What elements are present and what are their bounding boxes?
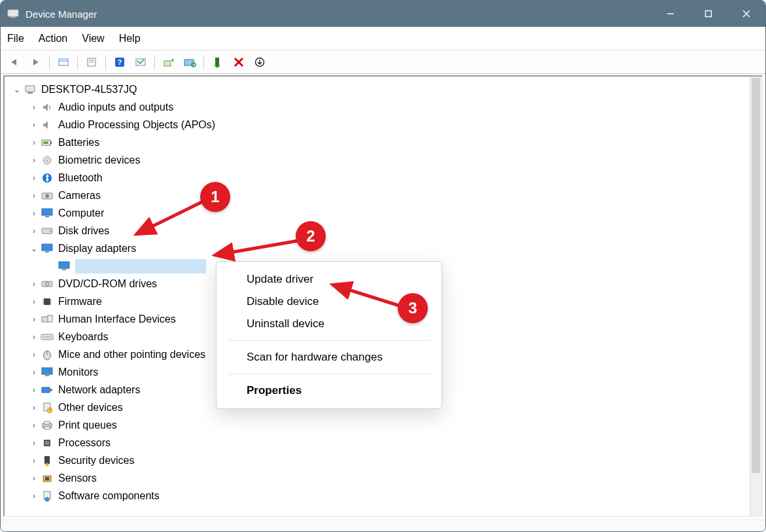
- svg-point-67: [46, 463, 49, 466]
- tree-node-cameras[interactable]: › Cameras: [11, 186, 747, 204]
- chevron-right-icon[interactable]: ›: [28, 279, 40, 289]
- chevron-right-icon[interactable]: ›: [28, 332, 40, 342]
- tree-label: Sensors: [58, 472, 97, 484]
- tree-node-processors[interactable]: › Processors: [11, 434, 747, 452]
- tree-root[interactable]: ⌄ DESKTOP-4L537JQ: [11, 80, 747, 98]
- chevron-right-icon[interactable]: ›: [28, 120, 40, 130]
- enable-device-button[interactable]: [208, 53, 228, 71]
- update-driver-button[interactable]: [159, 53, 179, 71]
- chevron-right-icon[interactable]: ›: [28, 209, 40, 218]
- chevron-right-icon[interactable]: ›: [28, 297, 40, 306]
- tree-node-batteries[interactable]: › Batteries: [11, 133, 747, 151]
- svg-rect-56: [42, 387, 50, 393]
- tree-label: Firmware: [58, 296, 102, 308]
- tree-label: Computer: [58, 207, 104, 219]
- menu-help[interactable]: Help: [119, 33, 141, 44]
- properties-sheet-button[interactable]: [82, 53, 101, 71]
- menu-view[interactable]: View: [82, 33, 104, 44]
- chevron-right-icon[interactable]: ›: [28, 474, 40, 483]
- forward-button[interactable]: [26, 53, 45, 71]
- svg-rect-62: [44, 421, 50, 424]
- uninstall-button[interactable]: [229, 53, 249, 71]
- chip-icon: [40, 295, 54, 308]
- tree-node-sensors[interactable]: › Sensors: [11, 469, 747, 487]
- svg-rect-54: [42, 368, 52, 374]
- help-button[interactable]: ?: [110, 53, 130, 71]
- chevron-right-icon[interactable]: ›: [28, 350, 40, 359]
- ctx-separator: [228, 340, 430, 341]
- chevron-right-icon[interactable]: ›: [28, 138, 40, 147]
- camera-icon: [40, 189, 54, 202]
- tree-node-security[interactable]: › Security devices: [11, 452, 747, 469]
- bluetooth-icon: [40, 171, 54, 185]
- vertical-scrollbar[interactable]: [750, 77, 761, 516]
- menu-file[interactable]: File: [7, 33, 24, 44]
- svg-rect-36: [42, 244, 52, 251]
- chevron-right-icon[interactable]: ›: [28, 156, 40, 165]
- svg-rect-6: [59, 59, 68, 65]
- minimize-button[interactable]: [652, 1, 689, 27]
- tree-label: Batteries: [58, 137, 99, 149]
- tree-label: Bluetooth: [58, 172, 103, 184]
- titlebar: Device Manager: [1, 1, 765, 27]
- back-button[interactable]: [5, 53, 24, 71]
- software-icon: [40, 489, 54, 503]
- chevron-right-icon[interactable]: ›: [28, 103, 40, 112]
- menu-action[interactable]: Action: [39, 33, 67, 44]
- svg-rect-48: [48, 315, 52, 322]
- tree-node-disk[interactable]: › Disk drives: [11, 222, 747, 239]
- tree-node-computer[interactable]: › Computer: [11, 204, 747, 222]
- chevron-right-icon[interactable]: ›: [28, 491, 40, 501]
- callout-2: 2: [296, 221, 326, 251]
- scan-hardware-button[interactable]: [180, 53, 200, 71]
- tree-label: Audio inputs and outputs: [58, 101, 173, 113]
- chevron-right-icon[interactable]: ›: [28, 173, 40, 183]
- svg-rect-15: [184, 60, 194, 65]
- tree-node-audio-inputs[interactable]: › Audio inputs and outputs: [11, 98, 747, 116]
- ctx-scan-hardware[interactable]: Scan for hardware changes: [217, 346, 442, 368]
- svg-rect-17: [215, 58, 219, 65]
- close-button[interactable]: [727, 1, 765, 27]
- tree-root-label: DESKTOP-4L537JQ: [41, 84, 137, 96]
- svg-rect-24: [50, 141, 52, 144]
- tree-label: Audio Processing Objects (APOs): [58, 119, 215, 131]
- tree-label: Cameras: [58, 190, 101, 202]
- svg-point-28: [46, 159, 48, 160]
- tree-node-display-adapters[interactable]: ⌄ Display adapters: [11, 239, 747, 257]
- more-button[interactable]: [250, 53, 270, 71]
- callout-1: 1: [200, 182, 230, 212]
- tree-node-software[interactable]: › Software components: [11, 487, 747, 505]
- cpu-icon: [40, 436, 54, 450]
- chevron-down-icon[interactable]: ⌄: [11, 85, 23, 94]
- chevron-right-icon[interactable]: ›: [28, 385, 40, 395]
- tree-node-bluetooth[interactable]: › Bluetooth: [11, 169, 747, 186]
- ctx-properties[interactable]: Properties: [217, 380, 442, 402]
- ctx-update-driver[interactable]: Update driver: [217, 268, 442, 291]
- keyboard-icon: [40, 330, 54, 344]
- tree-node-audio-apos[interactable]: › Audio Processing Objects (APOs): [11, 116, 747, 133]
- show-hidden-button[interactable]: [54, 53, 73, 71]
- tree-label: Biometric devices: [58, 154, 140, 166]
- chevron-right-icon[interactable]: ›: [28, 456, 40, 465]
- monitor-icon: [40, 207, 54, 220]
- security-icon: [40, 454, 54, 467]
- tree-label: Human Interface Devices: [58, 313, 176, 325]
- maximize-button[interactable]: [689, 1, 727, 27]
- chevron-down-icon[interactable]: ⌄: [28, 244, 40, 253]
- svg-rect-55: [45, 375, 49, 376]
- cdrom-icon: [40, 277, 54, 291]
- tree-node-print[interactable]: › Print queues: [11, 416, 747, 434]
- chevron-right-icon[interactable]: ›: [28, 226, 40, 236]
- chevron-right-icon[interactable]: ›: [28, 403, 40, 412]
- tree-node-biometric[interactable]: › Biometric devices: [11, 151, 747, 169]
- hid-icon: [40, 313, 54, 326]
- chevron-right-icon[interactable]: ›: [28, 421, 40, 430]
- properties-button[interactable]: [131, 53, 150, 71]
- scroll-thumb[interactable]: [752, 78, 760, 473]
- chevron-right-icon[interactable]: ›: [28, 368, 40, 377]
- svg-rect-69: [45, 477, 49, 480]
- chevron-right-icon[interactable]: ›: [28, 315, 40, 324]
- tree-label: Mice and other pointing devices: [58, 349, 205, 361]
- chevron-right-icon[interactable]: ›: [28, 191, 40, 200]
- chevron-right-icon[interactable]: ›: [28, 438, 40, 448]
